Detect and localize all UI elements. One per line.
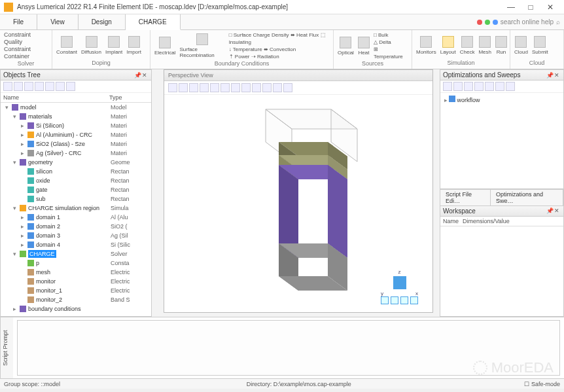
tree-row[interactable]: ▸ Si (Silicon)Materi [1, 121, 151, 130]
vp-tool-5[interactable] [210, 83, 219, 92]
expand-toggle-icon[interactable]: ▸ [20, 122, 26, 130]
ribbon-check[interactable]: Check [460, 36, 475, 55]
ribbon-optical[interactable]: Optical [338, 37, 354, 56]
tree-row[interactable]: ▸ SiO2 (Glass) - SzeMateri [1, 139, 151, 149]
expand-toggle-icon[interactable]: ▾ [12, 204, 18, 212]
tree-col-name[interactable]: Name [3, 94, 109, 101]
axis-view-4[interactable] [410, 296, 418, 304]
tree-tool-4[interactable] [35, 82, 44, 91]
axis-view-1[interactable] [381, 296, 389, 304]
ribbon-bc-line1[interactable]: □ Surface Charge Density ⬌ Heat Flux ⬚ I… [229, 31, 329, 46]
ribbon-delta[interactable]: △ Delta [374, 39, 408, 46]
opt-close-icon[interactable]: ✕ [554, 72, 561, 79]
maximize-button[interactable]: □ [521, 1, 540, 14]
vp-tool-10[interactable] [262, 83, 272, 92]
vp-tool-12[interactable] [283, 83, 292, 92]
search-text[interactable]: search online help [501, 18, 554, 26]
tree-tool-5[interactable] [45, 82, 54, 91]
ws-pin-icon[interactable]: 📌 [546, 207, 553, 214]
vp-tool-1[interactable] [168, 83, 177, 92]
script-input[interactable] [17, 320, 560, 376]
ribbon-monitors[interactable]: Monitors [416, 36, 436, 55]
panel-pin-icon[interactable]: 📌 [134, 72, 141, 79]
tree-row[interactable]: ▸ domain 1Al (Alu [1, 213, 151, 222]
tree-row[interactable]: pConsta [1, 258, 151, 268]
perspective-view-window[interactable]: Perspective View [164, 69, 433, 313]
expand-toggle-icon[interactable]: ▸ [20, 232, 26, 240]
tree-row[interactable]: ▾ materialsMateri [1, 112, 151, 121]
tree-tool-3[interactable] [24, 82, 33, 91]
ribbon-quality-constraint[interactable]: Quality Constraint [4, 39, 48, 53]
search-icon[interactable]: ⌕ [556, 18, 560, 26]
expand-toggle-icon[interactable]: ▾ [12, 113, 18, 120]
expand-toggle-icon[interactable]: ▸ [20, 213, 26, 221]
vp-tool-9[interactable] [252, 83, 261, 92]
tree-row[interactable]: ▸ domain 2SiO2 ( [1, 222, 151, 231]
expand-toggle-icon[interactable]: ▸ [20, 140, 26, 148]
tree-row[interactable]: ▾ modelModel [1, 103, 151, 112]
ribbon-mesh[interactable]: Mesh [478, 36, 491, 55]
ribbon-diffusion[interactable]: Diffusion [81, 36, 101, 55]
opt-tool-5[interactable] [485, 82, 494, 91]
tab-file[interactable]: File [0, 14, 37, 29]
tree-tool-1[interactable] [3, 82, 12, 91]
tree-tool-6[interactable] [56, 82, 65, 91]
tree-col-type[interactable]: Type [109, 94, 149, 101]
ribbon-implant[interactable]: Implant [105, 36, 122, 55]
tab-design[interactable]: Design [79, 14, 126, 29]
expand-toggle-icon[interactable]: ▸ [20, 149, 26, 157]
tab-script-file-editor[interactable]: Script File Edi… [440, 189, 491, 206]
ribbon-constraint[interactable]: Constraint [4, 31, 48, 39]
vp-tool-6[interactable] [220, 83, 230, 92]
ribbon-bulk[interactable]: □ Bulk [374, 31, 408, 39]
tree-tool-7[interactable] [66, 82, 75, 91]
tree-row[interactable]: subRectan [1, 194, 151, 204]
ribbon-bc-line2[interactable]: ↓ Temperature ⬌ Convection [229, 46, 329, 53]
ws-close-icon[interactable]: ✕ [554, 207, 561, 214]
expand-toggle-icon[interactable]: ▸ [12, 305, 18, 313]
ribbon-run[interactable]: Run [495, 36, 507, 55]
ws-col-value[interactable]: Dimensions/Value [463, 218, 561, 224]
tree-row[interactable]: ▾ CHARGESolver [1, 249, 151, 258]
ribbon-bc-line3[interactable]: ⇡ Power ⇢ Radiation [229, 53, 329, 60]
tree-row[interactable]: oxideRectan [1, 176, 151, 185]
axis-view-3[interactable] [400, 296, 408, 304]
opt-tool-4[interactable] [474, 82, 484, 91]
tree-row[interactable]: ▸ Al (Aluminium) - CRCMateri [1, 130, 151, 139]
panel-close-icon[interactable]: ✕ [142, 72, 149, 79]
tab-charge[interactable]: CHARGE [126, 14, 181, 30]
opt-tool-6[interactable] [495, 82, 504, 91]
opt-tool-7[interactable] [506, 82, 515, 91]
ribbon-container[interactable]: Container [4, 53, 48, 60]
ribbon-heat[interactable]: Heat [358, 37, 370, 56]
tree-row[interactable]: siliconRectan [1, 167, 151, 176]
tree-row[interactable]: monitorElectric [1, 277, 151, 286]
opt-tool-3[interactable] [464, 82, 473, 91]
vp-tool-3[interactable] [189, 83, 198, 92]
ribbon-temperature[interactable]: ⊞ Temperature [374, 46, 408, 60]
ribbon-submit[interactable]: Submit [532, 36, 548, 55]
vp-tool-4[interactable] [200, 83, 209, 92]
expand-toggle-icon[interactable]: ▾ [4, 103, 10, 111]
tree-tool-2[interactable] [14, 82, 23, 91]
tree-row[interactable]: monitor_2Band S [1, 295, 151, 304]
tree-row[interactable]: ▸ Ag (Silver) - CRCMateri [1, 149, 151, 158]
opt-tool-2[interactable] [453, 82, 463, 91]
expand-toggle-icon[interactable]: ▾ [12, 250, 18, 258]
minimize-button[interactable]: — [501, 1, 521, 14]
expand-toggle-icon[interactable]: ▸ [20, 131, 26, 139]
vp-tool-8[interactable] [241, 83, 251, 92]
ribbon-constant[interactable]: Constant [56, 36, 77, 55]
ribbon-import[interactable]: Import [126, 36, 141, 55]
tab-optimizations-sweeps[interactable]: Optimizations and Swe… [490, 189, 563, 206]
expand-toggle-icon[interactable]: ▸ [20, 223, 26, 230]
safe-mode-checkbox[interactable]: ☐ Safe-mode [524, 381, 560, 387]
tree-row[interactable]: meshElectric [1, 268, 151, 277]
opt-workflow-item[interactable]: ▸ workflow [443, 96, 561, 103]
tree-row[interactable]: ▸ boundary conditions [1, 304, 151, 313]
expand-toggle-icon[interactable]: ▾ [12, 158, 18, 166]
tree-row[interactable]: ▸ domain 3Ag (Sil [1, 231, 151, 240]
tree-row[interactable]: ▾ geometryGeome [1, 158, 151, 167]
tree-row[interactable]: gateRectan [1, 185, 151, 194]
ribbon-layout[interactable]: Layout [440, 36, 456, 55]
